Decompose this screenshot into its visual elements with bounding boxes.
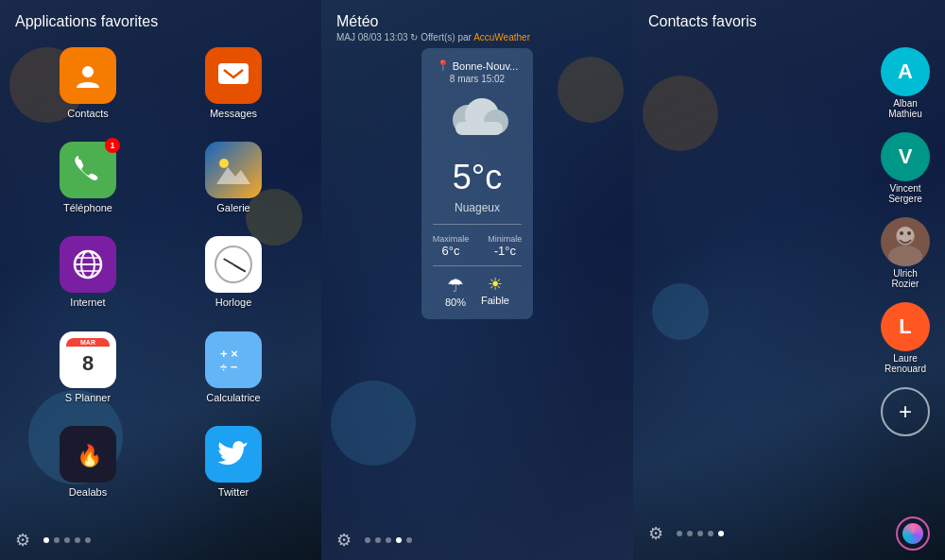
- app-contacts[interactable]: Contacts: [19, 47, 157, 134]
- app-messages[interactable]: Messages: [164, 47, 302, 134]
- contacts-icon: [60, 47, 116, 104]
- contacts-label: Contacts: [67, 108, 108, 119]
- max-val: 6°c: [433, 244, 470, 258]
- add-contact-button[interactable]: +: [881, 387, 930, 436]
- panel1-title: Applications favorites: [0, 0, 321, 40]
- weather-provider: Offert(s) par: [421, 32, 472, 42]
- contact-alban[interactable]: A AlbanMathieu: [881, 47, 930, 119]
- weather-meta: MAJ 08/03 13:03 ↻ Offert(s) par AccuWeat…: [336, 32, 618, 42]
- app-telephone[interactable]: 1 Téléphone: [19, 142, 157, 229]
- name-alban: AlbanMathieu: [888, 98, 922, 119]
- splanner-icon: MAR 8: [60, 331, 116, 388]
- messages-label: Messages: [210, 108, 257, 119]
- weather-extras: ☂ 80% ☀ Faible: [445, 274, 509, 308]
- weather-divider: [433, 224, 523, 225]
- dot-4: [75, 537, 80, 543]
- dot-2: [54, 537, 60, 543]
- twitter-icon: [205, 426, 262, 483]
- weather-update: MAJ 08/03 13:03: [336, 32, 408, 42]
- w-dot-2: [375, 537, 381, 543]
- contact-laure[interactable]: L LaureRenouard: [881, 302, 930, 374]
- telephone-label: Téléphone: [63, 202, 112, 213]
- settings-icon[interactable]: ⚙: [15, 530, 36, 551]
- app-calculatrice[interactable]: + × ÷ − Calculatrice: [164, 331, 302, 418]
- app-dealabs[interactable]: 🔥 Dealabs: [19, 426, 157, 513]
- bixby-button[interactable]: [896, 517, 930, 551]
- app-twitter[interactable]: Twitter: [164, 426, 302, 513]
- svg-text:÷  −: ÷ −: [220, 360, 238, 374]
- weather-max: Maximale 6°c: [433, 234, 470, 258]
- twitter-label: Twitter: [218, 486, 249, 498]
- avatar-alban: A: [881, 47, 930, 96]
- contact-ulrich[interactable]: UlrichRozier: [881, 217, 930, 289]
- svg-point-17: [888, 246, 922, 266]
- dot-1: [43, 537, 49, 543]
- location-pin: 📍: [437, 59, 450, 72]
- weather-center: 📍 Bonne-Nouv... 8 mars 15:02 5°c Nuageux…: [421, 48, 534, 319]
- dealabs-label: Dealabs: [69, 486, 107, 498]
- c-dot-4: [708, 531, 713, 536]
- app-splanner[interactable]: MAR 8 S Planner: [19, 331, 157, 418]
- c-dot-5: [718, 531, 724, 536]
- svg-point-20: [907, 231, 911, 235]
- avatar-laure: L: [881, 302, 930, 351]
- weather-temp: 5°c: [453, 158, 502, 197]
- w-dot-3: [386, 537, 391, 543]
- telephone-icon: 1: [60, 142, 116, 198]
- weather-condition: Nuageux: [455, 201, 500, 214]
- telephone-badge: 1: [105, 138, 120, 153]
- avatar-vincent: V: [881, 132, 930, 181]
- bixby-inner: [902, 523, 923, 544]
- panel2-dots: [365, 537, 412, 543]
- dot-3: [64, 537, 70, 543]
- svg-rect-15: [455, 122, 503, 135]
- dealabs-icon: 🔥: [60, 426, 116, 483]
- location-name: Bonne-Nouv...: [453, 60, 519, 72]
- bottom-left: ⚙: [648, 523, 724, 544]
- max-label: Maximale: [433, 234, 470, 244]
- c-dot-1: [677, 531, 682, 536]
- svg-point-18: [897, 227, 914, 244]
- app-horloge[interactable]: Horloge: [164, 236, 302, 323]
- svg-rect-1: [218, 63, 249, 84]
- uv-icon: ☀: [488, 274, 503, 295]
- app-internet[interactable]: Internet: [19, 236, 157, 323]
- apps-panel: Applications favorites Contacts Messag: [0, 0, 321, 560]
- weather-minmax: Maximale 6°c Minimale -1°c: [433, 234, 523, 258]
- horloge-icon: [205, 236, 262, 293]
- svg-point-0: [82, 66, 94, 77]
- weather-update-icon: ↻: [410, 32, 421, 42]
- calculatrice-icon: + × ÷ −: [205, 331, 262, 388]
- galerie-icon: [205, 142, 262, 198]
- weather-min: Minimale -1°c: [488, 234, 522, 258]
- contacts-list: A AlbanMathieu V VincentSergere UlrichRo…: [633, 40, 945, 507]
- panel1-bottom: ⚙: [0, 520, 321, 560]
- avatar-ulrich: [881, 217, 930, 266]
- svg-marker-2: [216, 167, 250, 184]
- contacts-dots: [677, 531, 724, 536]
- panel2-bottom: ⚙: [321, 520, 633, 560]
- w-dot-4: [396, 537, 402, 543]
- weather-divider2: [433, 265, 523, 266]
- messages-icon: [205, 47, 262, 104]
- contact-vincent[interactable]: V VincentSergere: [881, 132, 930, 204]
- app-galerie[interactable]: Galerie: [164, 142, 302, 229]
- add-contact-item[interactable]: +: [881, 387, 930, 436]
- weather-date: 8 mars 15:02: [450, 74, 505, 84]
- weather-header: Météo MAJ 08/03 13:03 ↻ Offert(s) par Ac…: [321, 0, 633, 48]
- panel1-dots: [43, 537, 91, 543]
- name-ulrich: UlrichRozier: [892, 268, 919, 289]
- apps-grid: Contacts Messages 1 Téléphone: [0, 40, 321, 520]
- weather-settings-icon[interactable]: ⚙: [336, 530, 357, 551]
- contacts-settings-icon[interactable]: ⚙: [648, 523, 669, 544]
- internet-icon: [60, 236, 116, 293]
- contacts-panel: Contacts favoris A AlbanMathieu V Vincen…: [633, 0, 945, 560]
- w-dot-5: [406, 537, 412, 543]
- horloge-label: Horloge: [215, 297, 252, 308]
- svg-point-3: [219, 159, 229, 168]
- min-label: Minimale: [488, 234, 522, 244]
- weather-content: 📍 Bonne-Nouv... 8 mars 15:02 5°c Nuageux…: [321, 48, 633, 319]
- weather-rain: ☂ 80%: [445, 274, 466, 308]
- splanner-label: S Planner: [65, 392, 111, 403]
- svg-text:🔥: 🔥: [77, 443, 103, 468]
